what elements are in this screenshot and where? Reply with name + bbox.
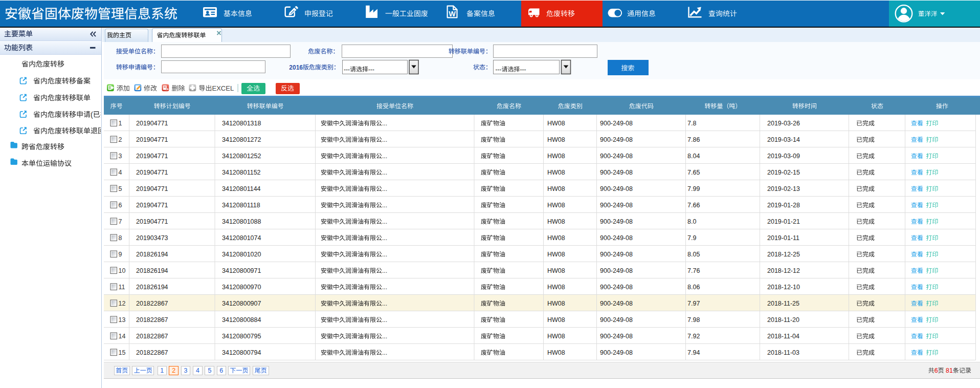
svg-text:34120801118: 34120801118 (222, 202, 260, 209)
svg-text:6: 6 (934, 367, 938, 374)
svg-text:HW08: HW08 (547, 120, 565, 127)
svg-text:201826194: 201826194 (136, 251, 168, 258)
svg-text:HW08: HW08 (547, 202, 565, 209)
svg-text:201904771: 201904771 (136, 136, 168, 143)
svg-text:5: 5 (119, 185, 122, 192)
svg-text:34120801252: 34120801252 (222, 153, 261, 160)
svg-text:2019-03-09: 2019-03-09 (767, 153, 800, 160)
svg-text:8.04: 8.04 (687, 153, 700, 160)
svg-text:---: --- (520, 66, 526, 73)
svg-text:8.05: 8.05 (687, 251, 700, 258)
svg-text:34120801074: 34120801074 (222, 234, 261, 242)
svg-text:...: ... (382, 316, 387, 324)
svg-text:900-249-08: 900-249-08 (600, 169, 633, 176)
svg-text:34120801020: 34120801020 (222, 251, 261, 258)
svg-text:34120800795: 34120800795 (222, 333, 261, 340)
svg-text:8.0: 8.0 (687, 218, 696, 225)
svg-text:...: ... (382, 120, 387, 127)
svg-text:7.97: 7.97 (687, 300, 700, 307)
svg-text:...: ... (382, 267, 387, 274)
svg-text:...: ... (382, 234, 387, 242)
svg-text:1: 1 (160, 367, 164, 374)
svg-text:900-249-08: 900-249-08 (600, 218, 633, 225)
svg-text:201826194: 201826194 (136, 267, 168, 274)
svg-text:7.86: 7.86 (687, 136, 700, 143)
svg-text:8.06: 8.06 (687, 284, 700, 291)
svg-text:34120801152: 34120801152 (222, 169, 261, 176)
svg-text:HW08: HW08 (547, 234, 565, 242)
svg-text:201903473: 201903473 (136, 234, 168, 242)
svg-text:900-249-08: 900-249-08 (600, 120, 633, 127)
svg-text:HW08: HW08 (547, 316, 565, 324)
svg-text:7.94: 7.94 (687, 349, 700, 356)
svg-text:201826194: 201826194 (136, 284, 168, 291)
svg-text:2018-11-03: 2018-11-03 (767, 349, 799, 356)
svg-text:2018-12-25: 2018-12-25 (767, 251, 800, 258)
svg-text:...: ... (382, 349, 387, 356)
svg-text:13: 13 (119, 316, 126, 324)
svg-text:7.65: 7.65 (687, 169, 700, 176)
svg-text:HW08: HW08 (547, 349, 565, 356)
svg-text:900-249-08: 900-249-08 (600, 234, 633, 242)
svg-text:900-249-08: 900-249-08 (600, 300, 633, 307)
svg-text:201822867: 201822867 (136, 300, 168, 307)
svg-text:201904771: 201904771 (136, 202, 168, 209)
svg-text:900-249-08: 900-249-08 (600, 153, 633, 160)
svg-text:...: ... (382, 218, 387, 225)
svg-text:15: 15 (119, 349, 126, 356)
svg-text:4: 4 (119, 169, 122, 176)
svg-text:...: ... (382, 185, 387, 192)
svg-text:HW08: HW08 (547, 300, 565, 307)
svg-text:...: ... (382, 202, 387, 209)
svg-text:201822867: 201822867 (136, 333, 168, 340)
svg-text:EXCEL: EXCEL (212, 84, 234, 92)
svg-text:900-249-08: 900-249-08 (600, 349, 633, 356)
svg-text:2019-01-21: 2019-01-21 (767, 218, 800, 225)
svg-text:2019-01-28: 2019-01-28 (767, 202, 800, 209)
svg-text:6: 6 (119, 202, 122, 209)
svg-text:34120800970: 34120800970 (222, 284, 261, 291)
svg-text:7.92: 7.92 (687, 333, 700, 340)
svg-text:HW08: HW08 (547, 333, 565, 340)
svg-text:4: 4 (196, 367, 199, 374)
svg-text:...: ... (382, 251, 387, 258)
svg-text:34120801088: 34120801088 (222, 218, 261, 225)
svg-text:34120800794: 34120800794 (222, 349, 261, 356)
svg-text:6: 6 (219, 367, 223, 374)
svg-text:900-249-08: 900-249-08 (600, 251, 633, 258)
svg-text:3: 3 (184, 367, 188, 374)
svg-text:2019-02-15: 2019-02-15 (767, 169, 800, 176)
svg-text:201904771: 201904771 (136, 185, 168, 192)
svg-text:...: ... (382, 153, 387, 160)
svg-text:---: --- (344, 66, 350, 73)
svg-text:HW08: HW08 (547, 153, 565, 160)
svg-text:---: --- (368, 66, 374, 73)
svg-text:W: W (449, 10, 456, 18)
svg-text:900-249-08: 900-249-08 (600, 185, 633, 192)
svg-text:2018-12-12: 2018-12-12 (767, 267, 800, 274)
svg-text:2016: 2016 (289, 64, 303, 71)
svg-text:2: 2 (119, 136, 122, 143)
svg-text:HW08: HW08 (547, 185, 565, 192)
svg-text:3: 3 (119, 153, 122, 160)
svg-text:900-249-08: 900-249-08 (600, 284, 633, 291)
svg-text:7.76: 7.76 (687, 267, 700, 274)
svg-text:7.9: 7.9 (687, 234, 696, 242)
svg-text:2: 2 (172, 367, 175, 374)
svg-text:7.8: 7.8 (687, 120, 696, 127)
svg-text:HW08: HW08 (547, 136, 565, 143)
svg-text:34120801318: 34120801318 (222, 120, 261, 127)
svg-text:7.98: 7.98 (687, 316, 700, 324)
svg-text:7.99: 7.99 (687, 185, 700, 192)
svg-text:9: 9 (119, 251, 122, 258)
svg-text:...: ... (382, 333, 387, 340)
svg-text:2019-03-26: 2019-03-26 (767, 120, 800, 127)
svg-text:11: 11 (119, 284, 125, 291)
svg-text:900-249-08: 900-249-08 (600, 267, 633, 274)
svg-text:7.66: 7.66 (687, 202, 700, 209)
svg-text:2019-02-13: 2019-02-13 (767, 185, 800, 192)
svg-text:HW08: HW08 (547, 251, 565, 258)
svg-text:2018-11-25: 2018-11-25 (767, 300, 799, 307)
svg-text:201822867: 201822867 (136, 349, 168, 356)
svg-text:201904771: 201904771 (136, 120, 168, 127)
